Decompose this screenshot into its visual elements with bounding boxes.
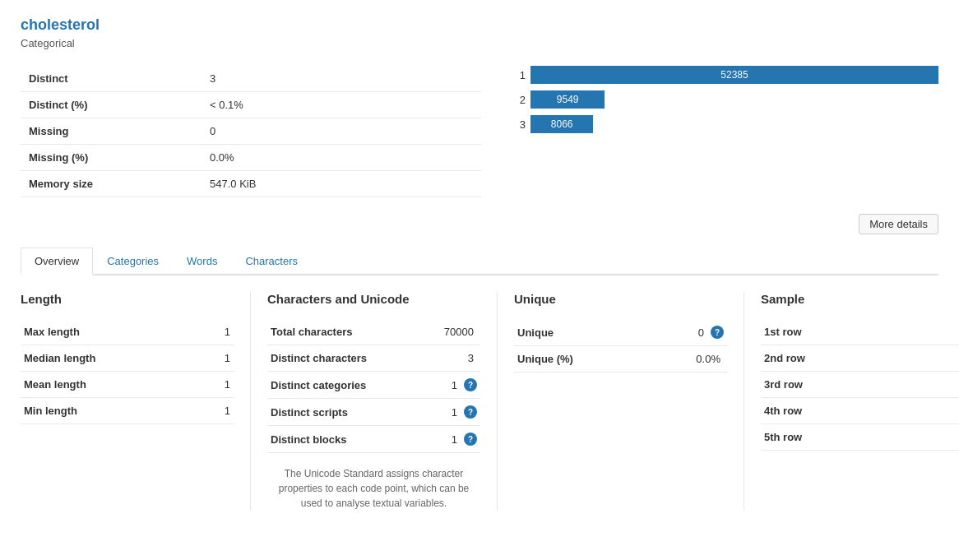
bar: 52385	[530, 66, 938, 84]
page-title: cholesterol	[21, 16, 938, 34]
sample-value: 3	[943, 372, 959, 398]
char-label: Distinct scripts	[271, 406, 452, 419]
tab-characters[interactable]: Characters	[231, 248, 312, 275]
page-subtitle: Categorical	[21, 37, 938, 49]
sample-row: 3rd row3	[761, 372, 959, 398]
length-row: Mean length1	[21, 372, 234, 398]
sample-row: 4th row1	[761, 398, 959, 424]
stats-label: Distinct	[21, 66, 202, 92]
bar-container: 9549	[530, 90, 938, 109]
sample-section: Sample 1st row12nd row33rd row34th row15…	[761, 292, 959, 511]
more-details-button[interactable]: More details	[859, 214, 938, 234]
char-row: Distinct scripts1?	[267, 399, 480, 426]
stats-row: Distinct3	[21, 66, 481, 92]
tabs-container: OverviewCategoriesWordsCharacters	[21, 248, 938, 275]
length-section: Length Max length1Median length1Mean len…	[21, 292, 251, 511]
bar-rank: 1	[514, 69, 526, 81]
sample-label: 1st row	[761, 319, 943, 345]
stats-value: 0	[202, 118, 481, 145]
bar-row: 1 52385	[514, 66, 938, 84]
stats-row: Distinct (%)< 0.1%	[21, 92, 481, 118]
tab-overview[interactable]: Overview	[21, 248, 93, 275]
characters-section: Characters and Unicode Total characters7…	[267, 292, 498, 511]
char-value: 1	[452, 406, 457, 419]
stats-value: 0.0%	[202, 145, 481, 171]
sample-value: 3	[943, 345, 959, 372]
stats-value: 547.0 KiB	[202, 171, 481, 197]
bar: 9549	[530, 90, 605, 109]
stats-label: Missing	[21, 118, 202, 145]
unique-value: 0	[698, 326, 704, 339]
bar-chart: 1 52385 2 9549 3 8066	[514, 66, 938, 197]
stats-row: Missing0	[21, 118, 481, 145]
sample-label: 5th row	[761, 424, 943, 451]
char-value: 3	[468, 352, 474, 364]
unique-section-title: Unique	[514, 292, 727, 306]
char-row: Distinct characters3	[267, 345, 480, 372]
characters-section-title: Characters and Unicode	[267, 292, 480, 306]
stats-row: Missing (%)0.0%	[21, 145, 481, 171]
bar-rank: 3	[514, 118, 526, 131]
unique-label: Unique	[517, 326, 698, 339]
stats-label: Distinct (%)	[21, 92, 202, 118]
stats-row: Memory size547.0 KiB	[21, 171, 481, 197]
unicode-note: The Unicode Standard assigns character p…	[267, 466, 480, 511]
length-label: Max length	[21, 319, 204, 345]
sample-row: 2nd row3	[761, 345, 959, 372]
char-row: Total characters70000	[267, 319, 480, 345]
sample-row: 1st row1	[761, 319, 959, 345]
sample-label: 2nd row	[761, 345, 943, 372]
bar: 8066	[530, 115, 593, 133]
length-value: 1	[204, 398, 234, 424]
help-icon[interactable]: ?	[464, 433, 477, 446]
sample-label: 4th row	[761, 398, 943, 424]
stats-table: Distinct3Distinct (%)< 0.1%Missing0Missi…	[21, 66, 481, 197]
stats-value: 3	[202, 66, 481, 92]
length-label: Min length	[21, 398, 204, 424]
char-label: Distinct characters	[271, 352, 468, 364]
bar-row: 2 9549	[514, 90, 938, 109]
bar-row: 3 8066	[514, 115, 938, 133]
char-value: 70000	[444, 326, 474, 338]
length-value: 1	[204, 319, 234, 345]
length-row: Min length1	[21, 398, 234, 424]
sample-section-title: Sample	[761, 292, 959, 306]
sample-table: 1st row12nd row33rd row34th row15th row1	[761, 319, 959, 451]
unique-section: Unique Unique0?Unique (%)0.0%	[514, 292, 744, 511]
length-table: Max length1Median length1Mean length1Min…	[21, 319, 234, 424]
bar-container: 52385	[530, 66, 938, 84]
sample-row: 5th row1	[761, 424, 959, 451]
char-label: Total characters	[271, 326, 444, 338]
unique-row: Unique0?	[514, 319, 727, 346]
bar-container: 8066	[530, 115, 938, 133]
sample-label: 3rd row	[761, 372, 943, 398]
char-label: Distinct categories	[271, 379, 452, 391]
tab-categories[interactable]: Categories	[93, 248, 173, 275]
help-icon[interactable]: ?	[711, 326, 724, 339]
stats-label: Missing (%)	[21, 145, 202, 171]
bar-rank: 2	[514, 94, 526, 106]
stats-value: < 0.1%	[202, 92, 481, 118]
length-section-title: Length	[21, 292, 234, 306]
unique-value: 0.0%	[696, 353, 720, 365]
length-label: Median length	[21, 345, 204, 372]
length-value: 1	[204, 345, 234, 372]
unique-row: Unique (%)0.0%	[514, 346, 727, 373]
char-value: 1	[452, 379, 457, 391]
stats-label: Memory size	[21, 171, 202, 197]
length-row: Median length1	[21, 345, 234, 372]
help-icon[interactable]: ?	[464, 378, 477, 391]
length-value: 1	[204, 372, 234, 398]
sample-value: 1	[943, 398, 959, 424]
help-icon[interactable]: ?	[464, 405, 477, 419]
tab-words[interactable]: Words	[173, 248, 231, 275]
char-value: 1	[452, 433, 457, 446]
sample-value: 1	[943, 424, 959, 451]
char-label: Distinct blocks	[271, 433, 452, 446]
char-row: Distinct blocks1?	[267, 426, 480, 453]
char-row: Distinct categories1?	[267, 372, 480, 399]
unique-label: Unique (%)	[517, 353, 696, 365]
sample-value: 1	[943, 319, 959, 345]
length-row: Max length1	[21, 319, 234, 345]
length-label: Mean length	[21, 372, 204, 398]
